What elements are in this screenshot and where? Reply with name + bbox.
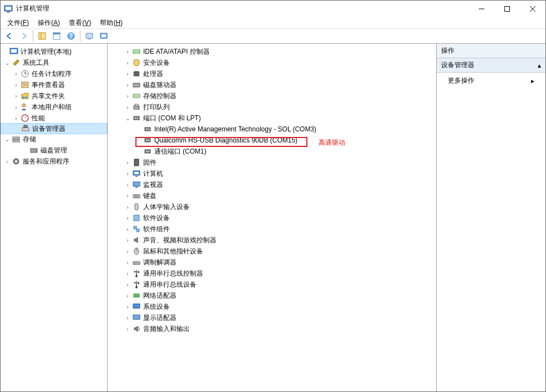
- show-hide-tree-button[interactable]: [36, 29, 49, 43]
- expander-closed-icon[interactable]: ›: [3, 157, 12, 166]
- device-ports[interactable]: ⌄端口 (COM 和 LPT): [108, 113, 436, 124]
- help-button[interactable]: ?: [64, 29, 78, 43]
- node-task-scheduler[interactable]: › 任务计划程序: [1, 68, 107, 79]
- svg-point-77: [135, 275, 138, 277]
- svg-rect-60: [134, 159, 139, 166]
- usb-icon: [132, 280, 141, 289]
- device-cpu[interactable]: ›处理器: [108, 68, 436, 79]
- device-software[interactable]: ›软件设备: [108, 212, 436, 223]
- svg-rect-63: [135, 176, 138, 177]
- device-audio[interactable]: ›声音、视频和游戏控制器: [108, 235, 436, 246]
- collapse-icon[interactable]: ▴: [538, 62, 541, 69]
- svg-rect-18: [11, 49, 17, 53]
- device-audio-io[interactable]: ›音频输入和输出: [108, 323, 436, 334]
- ide-icon: [132, 47, 141, 56]
- expander-open-icon[interactable]: ⌄: [123, 114, 132, 123]
- node-disk-mgmt[interactable]: 磁盘管理: [1, 145, 107, 156]
- back-button[interactable]: [3, 29, 16, 43]
- expander-closed-icon[interactable]: ›: [12, 91, 21, 100]
- device-network[interactable]: ›网络适配器: [108, 290, 436, 301]
- svg-rect-39: [134, 72, 139, 76]
- titlebar: 计算机管理: [1, 1, 545, 17]
- usb-icon: [132, 269, 141, 278]
- svg-rect-16: [102, 34, 106, 37]
- device-print-queue[interactable]: ›打印队列: [108, 101, 436, 113]
- device-usb-dev[interactable]: ›通用串行总线设备: [108, 279, 436, 290]
- device-hid[interactable]: ›人体学输入设备: [108, 201, 436, 212]
- svg-rect-7: [39, 33, 46, 39]
- svg-point-78: [134, 271, 136, 273]
- system-icon: [132, 302, 141, 311]
- menu-action[interactable]: 操作(A): [33, 17, 64, 29]
- device-ide[interactable]: ›IDE ATA/ATAPI 控制器: [108, 46, 436, 57]
- svg-text:?: ?: [69, 32, 73, 40]
- disk-icon: [29, 146, 38, 155]
- forward-button[interactable]: [17, 29, 31, 43]
- svg-rect-44: [133, 83, 140, 87]
- minimize-button[interactable]: [469, 1, 494, 17]
- node-shared-folders[interactable]: › 共享文件夹: [1, 90, 107, 101]
- node-storage[interactable]: ⌄ 存储: [1, 134, 107, 145]
- device-mouse[interactable]: ›鼠标和其他指针设备: [108, 246, 436, 257]
- device-monitor[interactable]: ›监视器: [108, 179, 436, 190]
- device-storage-ctrl[interactable]: ›存储控制器: [108, 90, 436, 101]
- device-port-com1[interactable]: 通信端口 (COM1): [108, 146, 436, 157]
- node-local-users[interactable]: › 本地用户和组: [1, 101, 107, 113]
- svg-rect-45: [133, 94, 140, 98]
- keyboard-icon: [132, 191, 141, 200]
- expander-closed-icon[interactable]: ›: [12, 69, 21, 78]
- toolbar: ?: [1, 28, 545, 44]
- expander-closed-icon[interactable]: ›: [12, 80, 21, 89]
- hid-icon: [132, 202, 141, 211]
- expander-open-icon[interactable]: ⌄: [3, 58, 12, 67]
- svg-rect-48: [134, 116, 139, 120]
- svg-point-25: [22, 96, 24, 99]
- speaker-icon: [132, 236, 141, 245]
- actions-more[interactable]: 更多操作 ▸: [437, 73, 545, 89]
- svg-rect-72: [136, 229, 139, 232]
- expander-closed-icon[interactable]: ›: [12, 103, 21, 111]
- storage-ctrl-icon: [132, 91, 141, 100]
- svg-rect-66: [133, 195, 140, 198]
- svg-rect-30: [22, 128, 29, 131]
- svg-rect-65: [135, 187, 138, 188]
- scope-pane[interactable]: 计算机管理(本地) ⌄ 系统工具 › 任务计划程序 › 事件查看器 › 共享文件…: [1, 44, 108, 391]
- device-port-intel[interactable]: Intel(R) Active Management Technology - …: [108, 124, 436, 135]
- menu-file[interactable]: 文件(F): [3, 17, 33, 29]
- actions-section[interactable]: 设备管理器 ▴: [437, 58, 545, 73]
- menu-help[interactable]: 帮助(H): [95, 17, 127, 29]
- device-usb-ctrl[interactable]: ›通用串行总线控制器: [108, 268, 436, 279]
- node-performance[interactable]: › 性能: [1, 113, 107, 124]
- svg-point-35: [36, 150, 37, 151]
- menu-view[interactable]: 查看(V): [64, 17, 95, 29]
- properties-button[interactable]: [50, 29, 63, 43]
- view-devices-button[interactable]: [97, 29, 110, 43]
- device-modem[interactable]: ›调制解调器: [108, 257, 436, 268]
- expander-closed-icon[interactable]: ›: [12, 114, 21, 123]
- node-device-manager[interactable]: 设备管理器: [1, 123, 107, 134]
- svg-rect-57: [145, 150, 150, 153]
- node-services-apps[interactable]: › 服务和应用程序: [1, 156, 107, 167]
- device-keyboard[interactable]: ›键盘: [108, 190, 436, 201]
- device-display[interactable]: ›显示适配器: [108, 312, 436, 323]
- printer-icon: [132, 103, 141, 111]
- node-system-tools[interactable]: ⌄ 系统工具: [1, 57, 107, 68]
- device-computer[interactable]: ›计算机: [108, 168, 436, 179]
- device-disk[interactable]: ›磁盘驱动器: [108, 79, 436, 90]
- device-sw-components[interactable]: ›软件组件: [108, 223, 436, 235]
- svg-rect-79: [138, 271, 139, 273]
- svg-rect-71: [134, 226, 136, 229]
- node-event-viewer[interactable]: › 事件查看器: [1, 79, 107, 90]
- device-system[interactable]: ›系统设备: [108, 301, 436, 312]
- scan-hardware-button[interactable]: [83, 29, 96, 43]
- svg-point-49: [135, 118, 136, 119]
- result-pane[interactable]: ›IDE ATA/ATAPI 控制器 ›安全设备 ›处理器 ›磁盘驱动器 ›存储…: [108, 44, 437, 391]
- display-adapter-icon: [132, 313, 141, 322]
- device-security[interactable]: ›安全设备: [108, 57, 436, 68]
- device-firmware[interactable]: ›固件: [108, 157, 436, 168]
- device-port-qualcomm[interactable]: Qualcomm HS-USB Diagnostics 90DB (COM15): [108, 135, 436, 146]
- node-root[interactable]: 计算机管理(本地): [1, 46, 107, 57]
- close-button[interactable]: [520, 1, 545, 17]
- maximize-button[interactable]: [494, 1, 520, 17]
- expander-open-icon[interactable]: ⌄: [3, 135, 12, 144]
